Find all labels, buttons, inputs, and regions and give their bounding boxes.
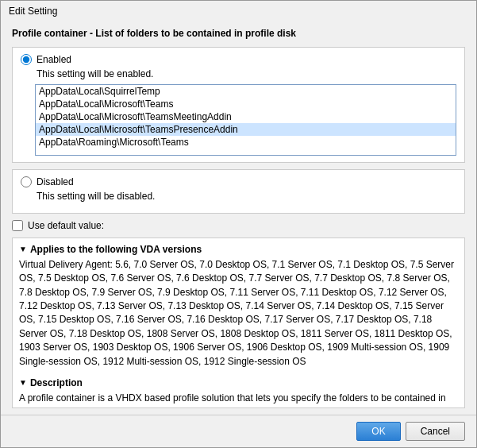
disabled-section: Disabled This setting will be disabled. [12, 169, 465, 214]
vda-versions-title: ▼ Applies to the following VDA versions [19, 243, 458, 257]
disabled-subtext: This setting will be disabled. [37, 191, 456, 202]
list-item[interactable]: AppData\Local\SquirrelTemp [36, 85, 456, 98]
disabled-radio[interactable] [21, 176, 32, 187]
title-bar: Edit Setting [1, 1, 476, 20]
edit-setting-dialog: Edit Setting Profile container - List of… [0, 0, 477, 448]
list-item[interactable]: AppData\Roaming\Microsoft\Teams [36, 136, 456, 149]
disabled-label: Disabled [37, 176, 74, 187]
ok-button[interactable]: OK [356, 422, 400, 441]
collapse-icon[interactable]: ▼ [19, 244, 27, 255]
disabled-radio-row[interactable]: Disabled [21, 176, 456, 187]
vda-versions-text: Virtual Delivery Agent: 5.6, 7.0 Server … [19, 258, 458, 369]
list-item[interactable]: AppData\Local\Microsoft\TeamsMeetingAddi… [36, 110, 456, 123]
button-bar: OK Cancel [1, 415, 476, 447]
cancel-button[interactable]: Cancel [406, 422, 465, 441]
enabled-section: Enabled This setting will be enabled. Ap… [12, 47, 465, 163]
use-default-label: Use default value: [28, 220, 104, 231]
description-text: A profile container is a VHDX based prof… [19, 392, 458, 408]
description-title: ▼ Description [19, 377, 458, 390]
list-item[interactable]: AppData\Local\Microsoft\Teams [36, 98, 456, 110]
dialog-title: Edit Setting [9, 6, 57, 17]
content-area: Profile container - List of folders to b… [1, 20, 476, 415]
use-default-row[interactable]: Use default value: [12, 220, 465, 231]
enabled-label: Enabled [37, 54, 71, 65]
use-default-checkbox[interactable] [12, 220, 23, 231]
enabled-list-box[interactable]: AppData\Local\SquirrelTemp AppData\Local… [35, 84, 456, 156]
enabled-subtext: This setting will be enabled. [37, 68, 456, 79]
enabled-radio-row[interactable]: Enabled [21, 54, 456, 65]
collapse-icon-2[interactable]: ▼ [19, 377, 27, 388]
main-label: Profile container - List of folders to b… [12, 28, 465, 39]
info-area[interactable]: ▼ Applies to the following VDA versions … [12, 238, 465, 408]
enabled-radio[interactable] [21, 54, 32, 65]
list-item[interactable]: AppData\Local\Microsoft\TeamsPresenceAdd… [36, 123, 456, 136]
